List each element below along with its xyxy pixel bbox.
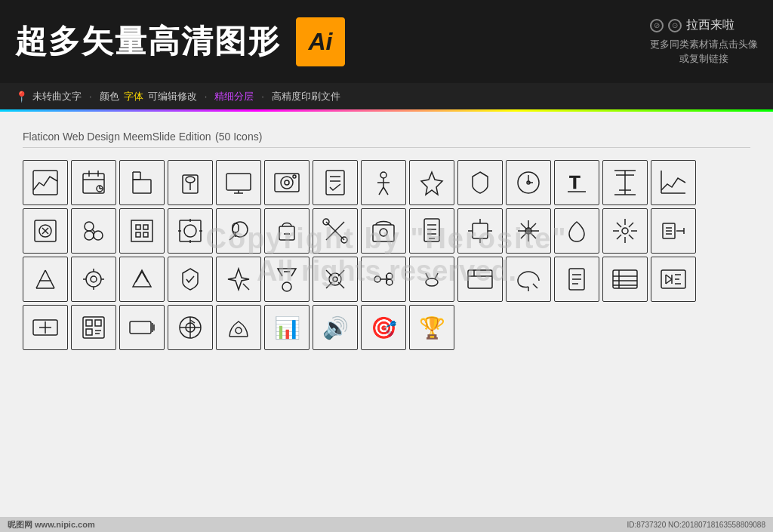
icon-text-tool: T	[554, 160, 599, 205]
svg-point-106	[86, 272, 101, 287]
icons-area: T📊🔊🎯🏆 Copyright by "Herosite" All rights…	[23, 160, 750, 350]
icon-laptop	[216, 160, 261, 205]
svg-line-95	[617, 235, 621, 239]
ai-logo-box: Ai	[296, 17, 345, 66]
svg-rect-144	[661, 270, 685, 288]
svg-rect-14	[226, 174, 251, 190]
icon-timer	[506, 160, 551, 205]
circle-arrow-icon: ⊙	[668, 19, 682, 32]
svg-line-93	[629, 235, 633, 239]
main-content: Flaticon Web Design MeemSlide Edition (5…	[0, 112, 773, 517]
icon-magnify-time	[216, 208, 261, 254]
icon-layers	[506, 208, 551, 254]
svg-line-103	[45, 270, 54, 288]
svg-rect-158	[86, 329, 92, 335]
svg-point-120	[333, 277, 337, 281]
sub-text6: 高精度印刷文件	[272, 90, 340, 103]
icon-cloud-upload	[602, 257, 648, 302]
svg-rect-161	[130, 321, 151, 334]
svg-rect-54	[180, 220, 201, 241]
icon-crop-tool	[119, 160, 165, 205]
dot2: ·	[205, 91, 208, 102]
svg-text:T: T	[569, 172, 581, 192]
icon-printer	[216, 305, 261, 350]
footer-id: ID:8737320 NO:20180718163558809088	[627, 521, 766, 529]
icon-scissors-x	[313, 208, 358, 254]
icon-vector-box	[168, 208, 213, 254]
header-subtitle: 更多同类素材请点击头像 或复制链接	[650, 38, 758, 65]
site-name[interactable]: 拉西来啦	[686, 17, 735, 33]
icon-browser-layout	[23, 305, 68, 350]
svg-point-124	[386, 273, 393, 279]
icon-warning-triangle	[264, 257, 310, 302]
sub-text5-purple: 精细分层	[214, 90, 254, 103]
svg-rect-8	[133, 180, 151, 193]
icon-image-frame	[168, 305, 213, 350]
icon-lock-box	[457, 208, 503, 254]
svg-point-18	[285, 180, 289, 185]
svg-line-146	[666, 275, 672, 279]
icon-list-lines	[71, 305, 116, 350]
icon-paint-dropper	[216, 257, 261, 302]
svg-point-24	[380, 172, 386, 178]
icon-balance	[602, 160, 648, 205]
icon-sitemap	[71, 257, 116, 302]
icon-rocket	[361, 257, 406, 302]
svg-line-134	[533, 284, 537, 288]
header: 超多矢量高清图形 Ai ⊘ ⊙ 拉西来啦 更多同类素材请点击头像 或复制链接	[0, 0, 773, 83]
icon-speaker: 🔊	[313, 305, 358, 350]
svg-point-113	[282, 282, 291, 291]
icons-grid: T📊🔊🎯🏆	[23, 160, 750, 350]
icon-calendar-settings	[71, 160, 116, 205]
location-icon: 📍	[15, 91, 28, 103]
icon-video-play	[119, 305, 165, 350]
svg-line-27	[379, 187, 383, 195]
svg-line-94	[629, 223, 633, 227]
svg-rect-64	[279, 226, 294, 240]
icon-anchor-fork	[554, 208, 599, 254]
svg-line-127	[426, 273, 429, 279]
svg-line-112	[243, 284, 249, 290]
svg-point-87	[622, 228, 628, 234]
icon-idea-bulb	[602, 208, 648, 254]
svg-point-125	[386, 279, 393, 285]
footer: 昵图网 www.nipic.com ID:8737320 NO:20180718…	[0, 517, 773, 532]
svg-rect-51	[143, 225, 148, 229]
dot1: ·	[89, 91, 92, 102]
svg-point-60	[233, 222, 248, 237]
svg-rect-21	[326, 171, 344, 195]
icon-clipboard-check	[313, 160, 358, 205]
icon-eye	[506, 257, 551, 302]
svg-line-147	[666, 279, 672, 284]
icon-shield	[457, 160, 503, 205]
svg-point-55	[184, 225, 196, 237]
icon-shield-check	[313, 257, 358, 302]
svg-point-121	[374, 276, 380, 282]
svg-line-92	[617, 223, 621, 227]
svg-point-20	[293, 175, 296, 178]
icon-star-circle	[168, 257, 213, 302]
icon-bar-chart: 📊	[264, 305, 310, 350]
sub-text3-yellow: 字体	[124, 90, 143, 103]
icon-document	[651, 257, 696, 302]
header-right: ⊘ ⊙ 拉西来啦 更多同类素材请点击头像 或复制链接	[650, 17, 758, 65]
title-divider	[23, 147, 750, 148]
svg-point-126	[426, 278, 438, 286]
svg-point-111	[91, 276, 97, 282]
sub-text1: 未转曲文字	[32, 90, 82, 103]
pack-title: Flaticon Web Design MeemSlide Edition (5…	[23, 127, 750, 144]
svg-point-48	[85, 231, 94, 240]
svg-point-170	[236, 328, 242, 334]
svg-rect-70	[373, 225, 394, 241]
svg-point-17	[281, 177, 293, 189]
icon-target-dart: 🎯	[361, 305, 406, 350]
icon-tools-cross	[457, 257, 503, 302]
svg-line-128	[435, 273, 438, 279]
sub-header: 📍 未转曲文字 · 颜色 字体 可编辑修改 · 精细分层 · 高精度印刷文件	[0, 83, 773, 112]
svg-rect-130	[468, 270, 492, 288]
svg-line-61	[229, 235, 235, 240]
svg-rect-77	[473, 223, 488, 238]
svg-line-28	[383, 187, 388, 195]
top-links: ⊘ ⊙ 拉西来啦	[650, 17, 758, 33]
sub-text4: 可编辑修改	[148, 90, 197, 103]
